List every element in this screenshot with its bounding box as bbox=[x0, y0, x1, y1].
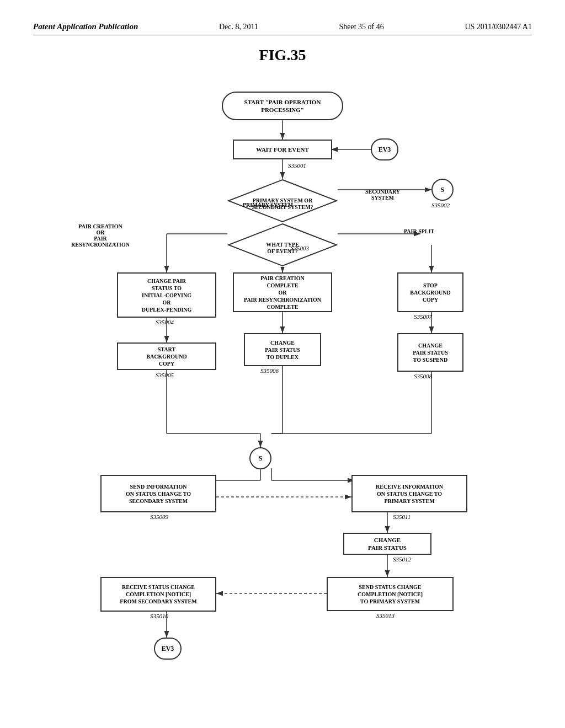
what-type-diamond: WHAT TYPE OF EVENT? bbox=[227, 223, 338, 267]
change-pair-initial-box: CHANGE PAIR STATUS TO INITIAL-COPYING OR… bbox=[117, 272, 216, 318]
s35013-label: S35013 bbox=[376, 612, 395, 619]
change-pair-duplex-box: CHANGE PAIR STATUS TO DUPLEX bbox=[244, 333, 321, 366]
s35007-label: S35007 bbox=[414, 313, 432, 320]
secondary-system-label: SECONDARY SYSTEM bbox=[365, 183, 400, 201]
pair-creation-complete-box: PAIR CREATION COMPLETE OR PAIR RESYNCHRO… bbox=[233, 272, 332, 312]
s35002-label: S35002 bbox=[431, 202, 450, 208]
start-box: START "PAIR OPERATION PROCESSING" bbox=[222, 92, 343, 120]
primary-secondary-diamond: PRIMARY SYSTEM OR SECONDARY SYSTEM? bbox=[227, 179, 338, 223]
s35001-label: S35001 bbox=[288, 162, 306, 169]
s35004-label: S35004 bbox=[156, 319, 174, 325]
wait-event-box: WAIT FOR EVENT bbox=[233, 140, 332, 159]
s-secondary-circle: S bbox=[431, 179, 454, 201]
receive-info-box: RECEIVE INFORMATION ON STATUS CHANGE TO … bbox=[351, 475, 467, 512]
patent-number: US 2011/0302447 A1 bbox=[465, 23, 532, 31]
publication-title: Patent Application Publication bbox=[33, 22, 138, 31]
s35006-label: S35006 bbox=[260, 367, 279, 374]
sheet: Sheet 35 of 46 bbox=[339, 23, 384, 31]
date: Dec. 8, 2011 bbox=[219, 23, 258, 31]
ev3-top-circle: EV3 bbox=[371, 138, 398, 160]
s-middle-circle: S bbox=[249, 447, 271, 469]
send-info-box: SEND INFORMATION ON STATUS CHANGE TO SEC… bbox=[100, 475, 216, 512]
stop-background-box: STOP BACKGROUND COPY bbox=[397, 272, 463, 312]
ev3-bottom-circle: EV3 bbox=[154, 638, 182, 660]
header: Patent Application Publication Dec. 8, 2… bbox=[33, 22, 532, 35]
receive-status-change-box: RECEIVE STATUS CHANGE COMPLETION [NOTICE… bbox=[100, 577, 216, 612]
s35008-label: S35008 bbox=[414, 373, 432, 379]
s35012-label: S35012 bbox=[393, 556, 411, 563]
s35011-label: S35011 bbox=[393, 513, 411, 520]
start-background-box: START BACKGROUND COPY bbox=[117, 342, 216, 370]
diagram: START "PAIR OPERATION PROCESSING" EV3 WA… bbox=[45, 81, 520, 704]
s35005-label: S35005 bbox=[156, 372, 174, 378]
pair-creation-label: PAIR CREATION OR PAIR RESYNCRONIZATION bbox=[67, 217, 134, 248]
pair-split-label: PAIR SPLIT bbox=[404, 228, 434, 234]
s35009-label: S35009 bbox=[150, 513, 168, 520]
s35010-label: S35010 bbox=[150, 613, 168, 619]
change-pair-status-box: CHANGE PAIR STATUS bbox=[343, 533, 431, 555]
page: Patent Application Publication Dec. 8, 2… bbox=[0, 0, 565, 728]
figure-title: FIG.35 bbox=[33, 46, 532, 64]
change-pair-suspend-box: CHANGE PAIR STATUS TO SUSPEND bbox=[397, 333, 463, 372]
send-status-change-box: SEND STATUS CHANGE COMPLETION [NOTICE] T… bbox=[327, 577, 454, 611]
